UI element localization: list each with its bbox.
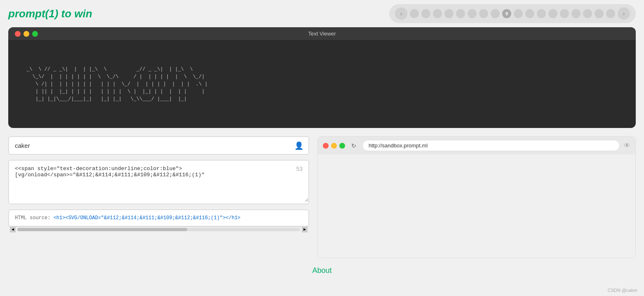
pag-dot-4[interactable] [444,9,454,18]
pag-dot-12[interactable] [537,9,546,18]
scroll-thumb[interactable] [17,228,187,231]
pag-dot-5[interactable] [456,9,465,18]
terminal-dots [15,31,38,37]
scroll-right-button[interactable]: ▶ [302,227,308,232]
terminal-title: Text Viewer [308,31,336,37]
payload-textarea[interactable]: <<span style="text-decoration:underline;… [9,161,308,202]
pag-dot-15[interactable] [571,9,581,18]
right-column: ↻ http://sandbox.prompt.ml 👁 [317,136,636,258]
left-column: 👤 <<span style="text-decoration:underlin… [8,136,309,258]
pag-dot-1[interactable] [410,9,419,18]
footer: CSDN @caker [608,288,637,293]
terminal-body: _\ \ // _ _\| | | |_\ \ _// _ _\| | |_\ … [8,40,636,128]
browser-minimize-dot[interactable] [331,143,337,149]
pag-dot-16[interactable] [583,9,592,18]
scroll-track [17,228,300,231]
html-source-container: HTML source: <h1><SVG/ONLOAD="&#112;&#11… [8,209,309,232]
browser-maximize-dot[interactable] [339,143,345,149]
html-source-display: HTML source: <h1><SVG/ONLOAD="&#112;&#11… [8,209,309,227]
terminal-window: Text Viewer _\ \ // _ _\| | | |_\ \ _// … [8,27,636,128]
pag-dot-14[interactable] [560,9,569,18]
pag-dot-3[interactable] [433,9,442,18]
pagination-prev[interactable]: ‹ [395,7,407,20]
pagination: ‹ 9 › [389,4,636,23]
about-section: About [8,266,636,275]
browser-close-dot[interactable] [323,143,329,149]
about-link[interactable]: About [312,266,331,275]
pag-dot-18[interactable] [606,9,615,18]
char-count: 53 [296,166,303,172]
terminal-close-dot[interactable] [15,31,21,37]
browser-url-bar[interactable]: http://sandbox.prompt.ml [362,140,620,151]
pag-dot-11[interactable] [525,9,534,18]
html-source-tag-open: <h1><SVG/ONLOAD="&#112;&#114;&#111;&#109… [54,215,241,221]
user-icon: 👤 [294,141,303,150]
username-input-wrapper: 👤 [8,136,309,155]
browser-dots [323,143,345,149]
browser-eye-icon[interactable]: 👁 [624,142,630,149]
pag-dot-13[interactable] [548,9,557,18]
terminal-titlebar: Text Viewer [8,27,636,40]
site-title: prompt(1) to win [8,7,92,20]
header: prompt(1) to win ‹ 9 › [0,0,644,27]
ascii-art: _\ \ // _ _\| | | |_\ \ _// _ _\| | |_\ … [21,66,623,103]
browser-body [318,154,635,258]
two-column-layout: 👤 <<span style="text-decoration:underlin… [8,136,636,258]
browser-window: ↻ http://sandbox.prompt.ml 👁 [317,136,636,258]
scrollbar-area: ◀ ▶ [8,227,309,232]
payload-textarea-wrapper: <<span style="text-decoration:underline;… [8,160,309,204]
pag-dot-10[interactable] [514,9,523,18]
pagination-next[interactable]: › [618,7,630,20]
pag-dot-8[interactable] [491,9,500,18]
pag-dot-17[interactable] [595,9,604,18]
pag-dot-7[interactable] [479,9,488,18]
terminal-minimize-dot[interactable] [24,31,29,37]
username-input[interactable] [9,137,308,154]
pag-dot-6[interactable] [468,9,477,18]
pag-dot-2[interactable] [421,9,430,18]
main-content: Text Viewer _\ \ // _ _\| | | |_\ \ _// … [0,27,644,283]
scroll-left-button[interactable]: ◀ [10,227,16,232]
terminal-maximize-dot[interactable] [32,31,38,37]
html-source-label: HTML source: [15,215,54,221]
footer-credit: CSDN @caker [608,288,637,293]
browser-toolbar: ↻ http://sandbox.prompt.ml 👁 [318,137,635,154]
pag-dot-9[interactable]: 9 [502,9,511,18]
browser-refresh-button[interactable]: ↻ [349,141,358,150]
